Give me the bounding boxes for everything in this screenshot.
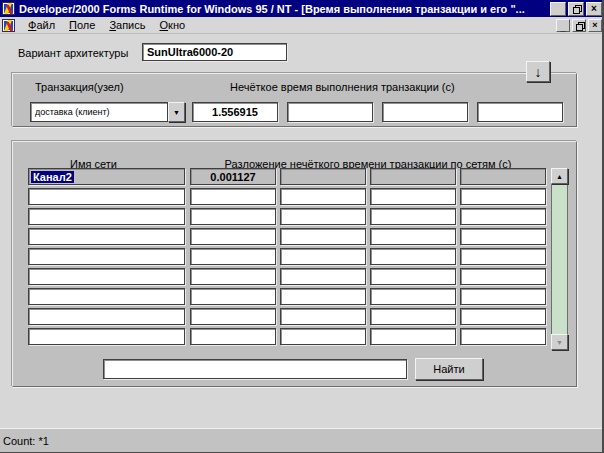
time-decomposition-cell[interactable] <box>280 188 366 205</box>
time-decomposition-cell[interactable] <box>190 308 276 325</box>
time-decomposition-cell[interactable] <box>280 288 366 305</box>
fuzzy-time-field-0[interactable]: 1.556915 <box>192 102 278 122</box>
time-decomposition-cell[interactable] <box>190 188 276 205</box>
network-table: Канал20.001127 <box>28 168 546 345</box>
menu-item-2[interactable]: Запись <box>102 18 152 32</box>
table-row-4 <box>28 248 546 265</box>
time-decomposition-cell[interactable] <box>370 248 456 265</box>
scroll-down-icon: ▼ <box>556 339 563 346</box>
time-decomposition-cell[interactable] <box>370 208 456 225</box>
time-decomposition-cell[interactable] <box>280 248 366 265</box>
time-decomposition-cell[interactable] <box>460 188 546 205</box>
time-decomposition-cell[interactable] <box>280 208 366 225</box>
transaction-combobox-value[interactable]: доставка (клиент) <box>30 102 168 122</box>
restore-icon <box>573 5 580 12</box>
table-row-6 <box>28 288 546 305</box>
down-arrow-icon: ↓ <box>535 64 542 80</box>
time-decomposition-cell[interactable] <box>370 268 456 285</box>
menu-item-0[interactable]: Файл <box>21 18 62 32</box>
time-decomposition-cell[interactable] <box>370 188 456 205</box>
find-button[interactable]: Найти <box>415 358 483 380</box>
restore-button[interactable] <box>568 2 584 16</box>
table-row-8 <box>28 328 546 345</box>
time-decomposition-cell[interactable] <box>460 328 546 345</box>
statusbar: Count: *1 <box>0 428 604 453</box>
selected-text: Канал2 <box>31 171 74 183</box>
menu-item-1[interactable]: Поле <box>62 18 102 32</box>
network-name-cell[interactable] <box>28 188 185 205</box>
scroll-up-icon: ▲ <box>556 173 563 180</box>
network-name-cell[interactable] <box>28 328 185 345</box>
time-decomposition-cell[interactable] <box>190 208 276 225</box>
mdi-close-button[interactable]: × <box>588 19 602 32</box>
minimize-button[interactable]: _ <box>550 2 566 16</box>
time-decomposition-cell[interactable] <box>460 228 546 245</box>
table-row-7 <box>28 308 546 325</box>
time-decomposition-cell[interactable] <box>460 288 546 305</box>
time-decomposition-cell[interactable] <box>280 228 366 245</box>
menubar: ФайлПолеЗаписьОкно _ × <box>0 17 604 34</box>
time-decomposition-cell[interactable] <box>460 308 546 325</box>
time-decomposition-cell[interactable] <box>370 328 456 345</box>
vertical-scrollbar[interactable]: ▲ ▼ <box>551 168 568 350</box>
time-decomposition-cell[interactable] <box>370 288 456 305</box>
time-fields: 1.556915 <box>192 102 563 122</box>
fuzzy-time-label: Нечёткое время выполнения транзакции (с) <box>230 81 455 93</box>
network-name-cell[interactable] <box>28 228 185 245</box>
window-title: Developer/2000 Forms Runtime for Windows… <box>19 3 548 15</box>
time-decomposition-cell[interactable] <box>460 248 546 265</box>
fuzzy-time-field-3[interactable] <box>477 102 563 122</box>
titlebar: Developer/2000 Forms Runtime for Windows… <box>0 0 604 17</box>
table-row-1 <box>28 188 546 205</box>
combobox-dropdown-button[interactable]: ▼ <box>168 102 185 122</box>
mdi-restore-button[interactable] <box>572 19 586 32</box>
time-decomposition-cell[interactable] <box>460 208 546 225</box>
time-decomposition-cell[interactable]: 0.001127 <box>190 168 276 185</box>
time-decomposition-cell[interactable] <box>460 168 546 185</box>
scroll-record-down-button[interactable]: ↓ <box>526 61 550 82</box>
time-decomposition-cell[interactable] <box>280 168 366 185</box>
table-row-2 <box>28 208 546 225</box>
mdi-app-icon[interactable] <box>2 19 15 32</box>
time-decomposition-cell[interactable] <box>370 168 456 185</box>
search-input[interactable] <box>103 359 407 379</box>
scroll-down-button[interactable]: ▼ <box>551 334 568 350</box>
record-count: Count: *1 <box>3 435 49 447</box>
fuzzy-time-field-2[interactable] <box>382 102 468 122</box>
mdi-restore-icon <box>576 22 583 29</box>
network-name-cell[interactable] <box>28 308 185 325</box>
network-name-cell[interactable] <box>28 248 185 265</box>
time-decomposition-cell[interactable] <box>280 328 366 345</box>
table-row-3 <box>28 228 546 245</box>
time-decomposition-cell[interactable] <box>460 268 546 285</box>
network-name-cell[interactable] <box>28 208 185 225</box>
network-name-cell[interactable] <box>28 288 185 305</box>
app-window: Developer/2000 Forms Runtime for Windows… <box>0 0 604 453</box>
time-decomposition-cell[interactable] <box>190 228 276 245</box>
network-name-cell[interactable] <box>28 268 185 285</box>
close-button[interactable]: × <box>586 2 602 16</box>
time-decomposition-cell[interactable] <box>190 248 276 265</box>
time-decomposition-cell[interactable] <box>190 328 276 345</box>
scroll-up-button[interactable]: ▲ <box>551 168 568 184</box>
time-decomposition-cell[interactable] <box>190 288 276 305</box>
chevron-down-icon: ▼ <box>173 109 180 116</box>
app-icon <box>2 2 15 15</box>
table-row-0: Канал20.001127 <box>28 168 546 185</box>
menu-item-3[interactable]: Окно <box>153 18 193 32</box>
time-decomposition-cell[interactable] <box>370 228 456 245</box>
table-row-5 <box>28 268 546 285</box>
mdi-minimize-button[interactable]: _ <box>556 19 570 32</box>
time-decomposition-cell[interactable] <box>370 308 456 325</box>
transaction-combobox[interactable]: доставка (клиент) ▼ <box>30 102 185 122</box>
architecture-label: Вариант архитектуры <box>18 47 128 59</box>
menu-items: ФайлПолеЗаписьОкно <box>21 18 554 32</box>
time-decomposition-cell[interactable] <box>280 268 366 285</box>
network-name-cell[interactable]: Канал2 <box>28 168 185 185</box>
fuzzy-time-field-1[interactable] <box>287 102 373 122</box>
time-decomposition-cell[interactable] <box>280 308 366 325</box>
time-decomposition-cell[interactable] <box>190 268 276 285</box>
transaction-label: Транзакция(узел) <box>35 81 124 93</box>
architecture-value-field[interactable]: SunUltra6000-20 <box>142 43 287 61</box>
